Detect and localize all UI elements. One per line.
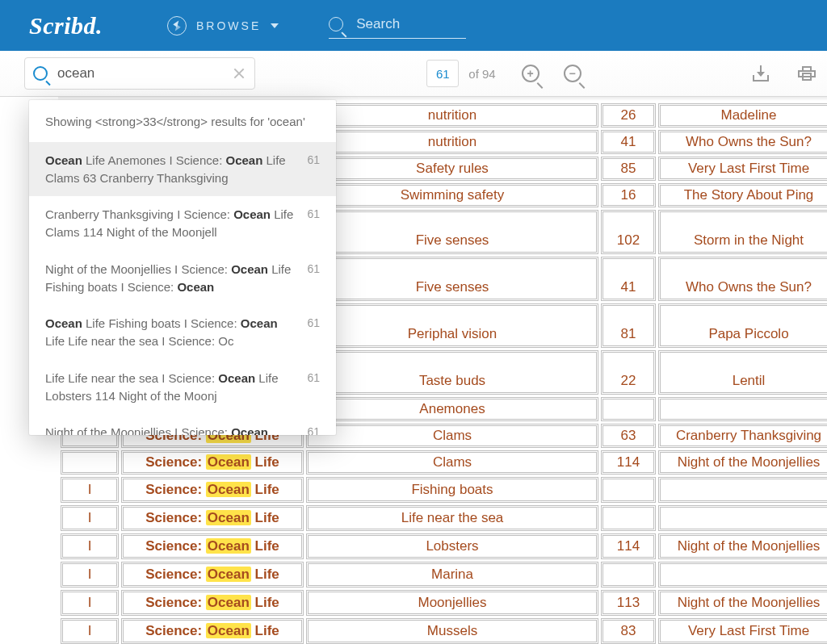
table-cell: I [61, 562, 119, 588]
search-results-dropdown: Showing <strong>33</strong> results for … [29, 100, 336, 435]
table-cell: 114 [601, 450, 656, 475]
row-category: Science: Ocean Life [145, 595, 279, 610]
zoom-controls: + − [522, 65, 581, 82]
table-cell: Lentil [658, 350, 827, 395]
search-result-item[interactable]: Life Life near the sea I Science: Ocean … [29, 360, 336, 415]
zoom-in-icon[interactable]: + [522, 65, 539, 82]
table-cell: Lobsters [306, 533, 598, 559]
search-result-page: 61 [307, 206, 320, 222]
search-result-item[interactable]: Night of the Moonjellies I Science: Ocea… [29, 251, 336, 306]
table-cell: Taste buds [306, 350, 598, 395]
global-search-input[interactable] [355, 15, 466, 33]
search-result-item[interactable]: Night of the Moonjellies I Science: Ocea… [29, 414, 336, 435]
search-highlight: Ocean [206, 567, 251, 582]
row-category: Science: Ocean Life [145, 482, 279, 497]
table-row: IScience: Ocean LifeMarina [61, 562, 827, 588]
search-result-item[interactable]: Ocean Life Anemones I Science: Ocean Lif… [29, 142, 336, 197]
table-cell: Swimming safety [306, 183, 598, 207]
table-row: Science: Ocean LifeClams114Night of the … [61, 450, 827, 475]
print-icon[interactable] [798, 66, 816, 81]
search-highlight: Ocean [206, 454, 251, 470]
row-category: Science: Ocean Life [145, 454, 279, 470]
table-cell: Night of the Moonjellies [658, 533, 827, 559]
table-cell: 22 [601, 350, 656, 395]
table-cell: Fishing boats [306, 477, 598, 503]
table-cell: Papa Piccolo [658, 303, 827, 348]
search-result-item[interactable]: Cranberry Thanksgiving I Science: Ocean … [29, 196, 336, 251]
search-result-item[interactable]: Ocean Life Fishing boats I Science: Ocea… [29, 305, 336, 360]
table-cell: 41 [601, 130, 656, 154]
search-highlight: Ocean [206, 482, 251, 497]
search-result-page: 61 [307, 370, 320, 386]
table-cell: The Story About Ping [658, 183, 827, 207]
table-cell [61, 450, 119, 475]
table-cell: Science: Ocean Life [121, 477, 304, 503]
search-result-text: Life Life near the sea I Science: Ocean … [45, 370, 296, 405]
table-cell: Storm in the Night [658, 210, 827, 254]
table-cell: 26 [601, 103, 656, 128]
table-cell: Science: Ocean Life [121, 618, 304, 644]
search-icon [329, 17, 343, 31]
browse-label: BROWSE [196, 19, 261, 32]
table-cell: Clams [306, 450, 598, 475]
search-result-page: 61 [307, 315, 320, 331]
table-cell: Very Last First Time [658, 157, 827, 181]
table-cell: Who Owns the Sun? [658, 257, 827, 301]
search-result-text: Ocean Life Fishing boats I Science: Ocea… [45, 315, 296, 350]
table-cell: Life near the sea [306, 505, 598, 531]
page-number-input[interactable] [426, 60, 459, 87]
table-cell: 16 [601, 183, 656, 207]
table-cell: 113 [601, 590, 656, 616]
scribd-topbar: Scribd. BROWSE [0, 0, 827, 51]
search-result-page: 61 [307, 152, 320, 168]
table-cell [601, 477, 656, 503]
compass-icon [167, 16, 187, 36]
table-cell: I [61, 477, 119, 503]
table-cell: nutrition [306, 130, 598, 154]
table-cell [658, 397, 827, 421]
search-result-page: 61 [307, 261, 320, 277]
in-document-search[interactable] [24, 57, 255, 90]
search-highlight: Ocean [206, 538, 251, 554]
table-cell: Madeline [658, 103, 827, 128]
table-cell: nutrition [306, 103, 598, 128]
table-cell: Marina [306, 562, 598, 588]
table-row: IScience: Ocean LifeFishing boats [61, 477, 827, 503]
results-summary: Showing <strong>33</strong> results for … [29, 100, 336, 142]
page-total-label: of 94 [468, 67, 495, 81]
table-cell: 63 [601, 424, 656, 448]
table-cell: 83 [601, 618, 656, 644]
table-cell: Very Last First Time [658, 618, 827, 644]
table-cell: Five senses [306, 210, 598, 254]
zoom-out-icon[interactable]: − [564, 65, 581, 82]
search-result-text: Cranberry Thanksgiving I Science: Ocean … [45, 206, 296, 241]
table-row: IScience: Ocean LifeLife near the sea [61, 505, 827, 531]
chevron-down-icon [271, 23, 279, 28]
search-result-text: Ocean Life Anemones I Science: Ocean Lif… [45, 152, 296, 187]
table-cell: 114 [601, 533, 656, 559]
browse-menu[interactable]: BROWSE [167, 16, 279, 36]
table-cell: Mussels [306, 618, 598, 644]
table-cell: Clams [306, 424, 598, 448]
download-icon[interactable] [753, 65, 769, 82]
in-document-search-input[interactable] [56, 65, 232, 82]
table-cell [658, 562, 827, 588]
row-category: Science: Ocean Life [145, 538, 279, 554]
table-cell: I [61, 590, 119, 616]
table-row: IScience: Ocean LifeMoonjellies113Night … [61, 590, 827, 616]
search-highlight: Ocean [206, 510, 251, 525]
scribd-logo[interactable]: Scribd. [29, 12, 103, 40]
search-highlight: Ocean [206, 595, 251, 610]
table-cell: I [61, 533, 119, 559]
row-category: Science: Ocean Life [145, 510, 279, 525]
table-cell: Safety rules [306, 157, 598, 181]
search-icon [33, 66, 48, 81]
clear-search-icon[interactable] [232, 66, 246, 81]
table-cell [658, 477, 827, 503]
table-cell [601, 505, 656, 531]
table-cell: Night of the Moonjellies [658, 450, 827, 475]
table-row: IScience: Ocean LifeLobsters114Night of … [61, 533, 827, 559]
scribd-logo-text: Scribd. [29, 12, 103, 39]
table-cell: Science: Ocean Life [121, 505, 304, 531]
global-search[interactable] [329, 12, 466, 39]
